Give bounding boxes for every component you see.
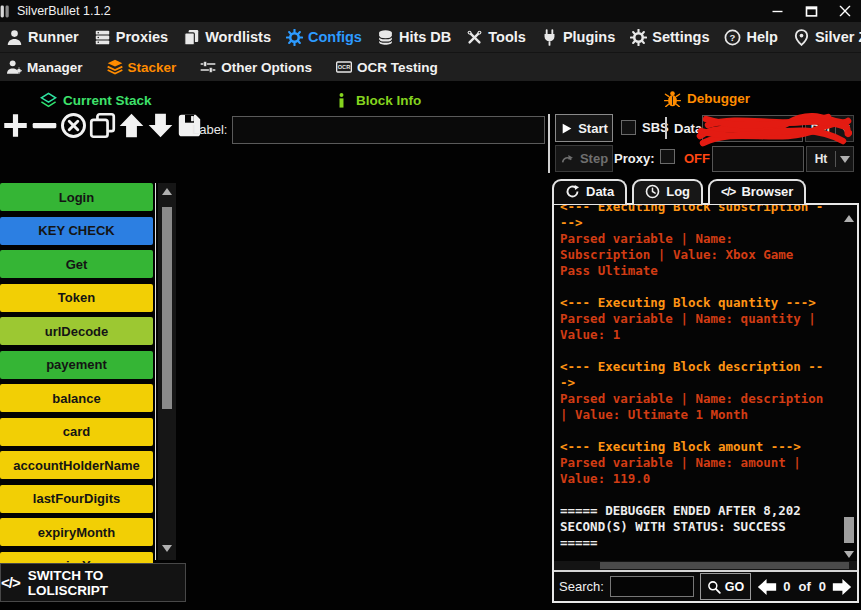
scrollbar-thumb[interactable] [844, 517, 854, 543]
play-icon [560, 122, 573, 135]
scroll-up-icon[interactable] [844, 215, 854, 222]
scroll-down-icon[interactable] [844, 551, 854, 558]
proxy-label: Proxy: [614, 151, 654, 166]
ocr-icon [336, 59, 352, 75]
data-input[interactable] [702, 115, 803, 142]
tab-log[interactable]: Log [632, 179, 703, 204]
menu-silver-zone[interactable]: 5 Silver Zone [793, 29, 861, 46]
stack-toolbar [2, 112, 203, 139]
menu-tools[interactable]: Tools [466, 29, 526, 46]
scroll-down-icon[interactable] [162, 545, 172, 552]
scrollbar-thumb[interactable] [162, 207, 172, 409]
code-icon: </> [1, 574, 20, 591]
log-line: <--- Executing Block subscription ---> [560, 205, 825, 231]
move-up-icon[interactable] [118, 112, 145, 139]
data-type-combo[interactable]: Def [805, 115, 854, 142]
scroll-up-icon[interactable] [162, 188, 172, 195]
chevron-down-icon[interactable] [836, 125, 853, 132]
search-result-counter: 0 of 0 [783, 579, 826, 594]
stack-diamond-icon [40, 92, 57, 109]
submenu-ocr-testing[interactable]: OCR Testing [336, 59, 438, 75]
maximize-button[interactable] [803, 4, 819, 18]
debugger-panel: <--- Executing Block subscription --->Pa… [552, 203, 859, 603]
debugger-header: Debugger [664, 90, 750, 107]
disable-block-icon[interactable] [60, 112, 87, 139]
menu-proxies[interactable]: Proxies [94, 29, 168, 46]
submenu-other-options[interactable]: Other Options [200, 59, 312, 75]
stack-block-token[interactable]: Token [0, 284, 153, 312]
log-horizontal-scrollbar[interactable] [554, 561, 857, 570]
log-line: Parsed variable | Name: quantity | Value… [560, 311, 825, 343]
stack-block-key-check[interactable]: KEY CHECK [0, 217, 153, 245]
search-go-button[interactable]: GO [700, 573, 751, 600]
database-icon [377, 29, 394, 46]
block-list-divider [155, 183, 156, 560]
titlebar: SilverBullet 1.1.2 [0, 0, 861, 22]
stack-block-card[interactable]: card [0, 418, 153, 446]
log-line: <--- Executing Block description ---> [560, 359, 825, 391]
close-button[interactable] [837, 4, 853, 18]
label-input[interactable] [232, 116, 545, 144]
next-result-arrow[interactable] [832, 577, 852, 597]
stack-block-get[interactable]: Get [0, 250, 153, 278]
runner-icon [6, 29, 23, 46]
chevron-down-icon[interactable] [836, 156, 853, 163]
search-input[interactable] [610, 576, 694, 597]
scrollbar-thumb[interactable] [600, 562, 849, 569]
minimize-button[interactable] [769, 4, 785, 18]
stack-block-expirymonth[interactable]: expiryMonth [0, 518, 153, 546]
log-line [560, 423, 825, 439]
submenu-stacker[interactable]: Stacker [107, 59, 177, 75]
stack-block-lastfourdigits[interactable]: lastFourDigits [0, 485, 153, 513]
proxy-checkbox[interactable] [660, 149, 675, 164]
menu-plugins[interactable]: Plugins [541, 29, 615, 46]
log-output: <--- Executing Block subscription --->Pa… [560, 205, 828, 559]
stack-block-urldecode[interactable]: urlDecode [0, 317, 153, 345]
log-history-icon [645, 184, 660, 199]
proxy-status: OFF [684, 151, 710, 166]
search-label: Search: [559, 579, 604, 594]
main-menubar: Runner Proxies Wordlists Configs Hits DB… [0, 22, 861, 52]
main-area: Current Stack Block Info Debugger Label: [0, 81, 861, 610]
step-button[interactable]: Step [555, 145, 613, 172]
stacker-layers-icon [107, 59, 123, 75]
stack-block-expiryyear[interactable]: expiryYear [0, 552, 153, 564]
proxy-input[interactable] [712, 146, 804, 172]
menu-hits-db[interactable]: Hits DB [377, 29, 451, 46]
remove-block-icon[interactable] [31, 112, 58, 139]
sbs-checkbox[interactable] [621, 120, 636, 135]
submenu-manager[interactable]: Manager [6, 59, 83, 75]
previous-result-arrow[interactable] [757, 577, 777, 597]
stack-block-balance[interactable]: balance [0, 384, 153, 412]
proxy-type-combo[interactable]: Ht [806, 146, 854, 172]
sliders-icon [200, 59, 216, 75]
help-icon [724, 29, 741, 46]
block-list-scrollbar[interactable] [158, 183, 176, 560]
menu-settings[interactable]: Settings [630, 29, 709, 46]
block-info-header: Block Info [333, 92, 421, 109]
stack-block-login[interactable]: Login [0, 183, 153, 211]
move-down-icon[interactable] [147, 112, 174, 139]
start-button[interactable]: Start [555, 114, 613, 142]
app-window: SilverBullet 1.1.2 Runner Proxies Wordli… [0, 0, 861, 610]
menu-help[interactable]: Help [724, 29, 777, 46]
log-search-bar: Search: GO 0 of 0 [554, 570, 857, 601]
log-vertical-scrollbar[interactable] [843, 207, 856, 559]
menu-runner[interactable]: Runner [6, 29, 79, 46]
tab-browser[interactable]: </> Browser [708, 179, 806, 204]
stack-block-accountholdername[interactable]: accountHolderName [0, 451, 153, 479]
debugger-tabs: Data Log </> Browser [552, 179, 806, 204]
proxies-icon [94, 29, 111, 46]
menu-configs[interactable]: Configs [286, 29, 362, 46]
tab-data[interactable]: Data [552, 179, 627, 204]
add-block-icon[interactable] [2, 112, 29, 139]
wordlists-icon [183, 29, 200, 46]
log-line [560, 343, 825, 359]
switch-to-loliscript-button[interactable]: </> SWITCH TO LOLISCRIPT [0, 563, 186, 602]
menu-wordlists[interactable]: Wordlists [183, 29, 271, 46]
log-line [560, 487, 825, 503]
search-icon [707, 580, 721, 594]
stack-block-payement[interactable]: payement [0, 351, 153, 379]
log-line: Parsed variable | Name: amount | Value: … [560, 455, 825, 487]
duplicate-block-icon[interactable] [89, 112, 116, 139]
